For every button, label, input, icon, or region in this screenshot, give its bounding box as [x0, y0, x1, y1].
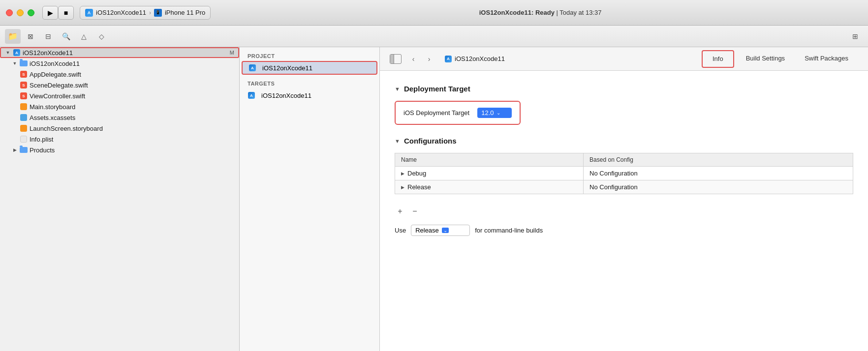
search-icon: 🔍: [62, 32, 70, 40]
play-button[interactable]: ▶: [42, 6, 58, 20]
sidebar-toggle-button[interactable]: [390, 54, 402, 64]
select-chevron-icon: ⌄: [496, 110, 500, 116]
cmdline-use-label: Use: [395, 227, 406, 234]
disclosure-icon: ▼: [12, 60, 18, 66]
stop-icon: ■: [64, 9, 68, 17]
breadcrumb[interactable]: A iOS12onXcode11 › 📱 iPhone 11 Pro: [80, 6, 211, 20]
tab-build-settings[interactable]: Build Settings: [736, 47, 795, 71]
list-item-label: ViewController.swift: [30, 92, 85, 100]
section-disclosure-icon[interactable]: ▼: [395, 86, 400, 92]
configurations-section-header: ▼ Configurations: [395, 137, 853, 145]
breadcrumb-device[interactable]: iPhone 11 Pro: [165, 9, 205, 16]
cmdline-suffix-label: for command-line builds: [475, 227, 543, 234]
swift-file-icon: S: [20, 70, 28, 78]
scheme-editor-button[interactable]: ⊞: [847, 29, 863, 44]
status-text: iOS12onXcode11: Ready: [479, 9, 555, 16]
fullscreen-button[interactable]: [28, 9, 34, 16]
forward-button[interactable]: ›: [423, 53, 435, 65]
plist-icon: [20, 135, 28, 143]
list-item-label: SceneDelegate.swift: [30, 82, 88, 89]
list-item[interactable]: Assets.xcassets: [0, 112, 239, 123]
navigator-toggle-button[interactable]: 📁: [5, 29, 21, 44]
file-name-label: iOS12onXcode11: [455, 55, 505, 62]
target-item[interactable]: A iOS12onXcode11: [240, 88, 379, 102]
list-item-label: Info.plist: [30, 136, 53, 143]
config-debug-based-on: No Configuration: [584, 167, 853, 180]
close-button[interactable]: [6, 9, 13, 16]
list-item-label: LaunchScreen.storyboard: [30, 125, 103, 132]
device-icon: 📱: [154, 9, 162, 17]
disclosure-icon: ▶: [12, 147, 18, 153]
modified-badge: M: [230, 50, 234, 56]
file-icon: A: [445, 56, 452, 62]
swift-file-icon: S: [20, 92, 28, 100]
breadcrumb-project[interactable]: iOS12onXcode11: [96, 9, 146, 16]
breakpoints-button[interactable]: △: [76, 29, 92, 44]
stop-button[interactable]: ■: [58, 6, 74, 20]
folder-icon: [20, 59, 28, 67]
library-button[interactable]: ◇: [93, 29, 109, 44]
add-configuration-button[interactable]: +: [395, 206, 405, 217]
navigator-group-folder[interactable]: ▼ iOS12onXcode11: [0, 58, 239, 69]
project-panel: PROJECT A iOS12onXcode11 TARGETS A iOS12…: [240, 47, 380, 351]
tab-info[interactable]: Info: [702, 50, 734, 68]
folder-icon: [20, 146, 28, 154]
list-item[interactable]: Info.plist: [0, 134, 239, 145]
inspector-toggle-button[interactable]: ⊟: [40, 29, 56, 44]
list-item[interactable]: S AppDelegate.swift: [0, 69, 239, 80]
config-debug-label: Debug: [407, 170, 426, 177]
issues-button[interactable]: ⊠: [23, 29, 38, 44]
titlebar: ▶ ■ A iOS12onXcode11 › 📱 iPhone 11 Pro i…: [0, 0, 868, 26]
sidebar-toggle-right: [394, 55, 401, 63]
deployment-target-select[interactable]: 12.0 ⌄: [477, 108, 512, 118]
file-breadcrumb: A iOS12onXcode11: [445, 55, 505, 62]
list-item-label: Main.storyboard: [30, 103, 75, 111]
targets-section-header: TARGETS: [240, 75, 379, 88]
navigator-root-item[interactable]: ▼ A iOS12onXcode11 M: [0, 47, 239, 58]
table-row[interactable]: ▶ Debug No Configuration: [395, 167, 853, 180]
content-area: ‹ › A iOS12onXcode11 Info Build Settings…: [380, 47, 868, 351]
content-nav: ‹ ›: [407, 53, 435, 65]
list-item[interactable]: LaunchScreen.storyboard: [0, 123, 239, 134]
config-release-based-on: No Configuration: [584, 180, 853, 194]
triangle-icon: △: [81, 32, 87, 40]
config-col-name: Name: [395, 153, 584, 167]
tab-swift-packages[interactable]: Swift Packages: [795, 47, 858, 71]
row-disclosure-icon: ▶: [401, 171, 404, 176]
cmdline-chevron-icon: ⌄: [442, 228, 449, 233]
diamond-icon: ◇: [99, 32, 104, 40]
list-item[interactable]: Main.storyboard: [0, 101, 239, 112]
tab-bar: Info Build Settings Swift Packages: [700, 47, 858, 71]
back-button[interactable]: ‹: [407, 53, 419, 65]
content-header: ‹ › A iOS12onXcode11 Info Build Settings…: [380, 47, 868, 71]
navigator-products-folder[interactable]: ▶ Products: [0, 145, 239, 155]
bottom-controls: + −: [395, 202, 853, 221]
warning-icon: ⊠: [28, 32, 33, 40]
remove-configuration-button[interactable]: −: [409, 206, 420, 217]
search-button[interactable]: 🔍: [58, 29, 74, 44]
config-col-based-on: Based on Config: [584, 153, 853, 167]
storyboard-icon: [20, 103, 28, 111]
deployment-target-title: Deployment Target: [404, 85, 470, 93]
project-item[interactable]: A iOS12onXcode11: [242, 61, 377, 75]
list-item-label: Products: [30, 146, 55, 154]
play-icon: ▶: [48, 9, 53, 17]
configurations-disclosure-icon[interactable]: ▼: [395, 138, 400, 144]
config-name-release: ▶ Release: [395, 180, 584, 194]
cmdline-value: Release: [415, 227, 439, 234]
list-item[interactable]: S SceneDelegate.swift: [0, 80, 239, 90]
configurations-table: Name Based on Config ▶ Debug No Configur…: [395, 153, 853, 194]
main-layout: ▼ A iOS12onXcode11 M ▼ iOS12onXcode11 S …: [0, 47, 868, 351]
target-item-label: iOS12onXcode11: [261, 92, 311, 99]
list-item[interactable]: S ViewController.swift: [0, 90, 239, 101]
swift-file-icon: S: [20, 81, 28, 89]
minimize-button[interactable]: [17, 9, 24, 16]
table-row[interactable]: ▶ Release No Configuration: [395, 180, 853, 194]
xcassets-icon: [20, 114, 28, 121]
storyboard-icon: [20, 124, 28, 132]
config-release-label: Release: [407, 183, 431, 191]
traffic-lights: [6, 9, 34, 16]
cmdline-release-select[interactable]: Release ⌄: [411, 225, 470, 236]
deployment-target-section-header: ▼ Deployment Target: [395, 85, 853, 93]
disclosure-icon: ▼: [5, 50, 11, 56]
